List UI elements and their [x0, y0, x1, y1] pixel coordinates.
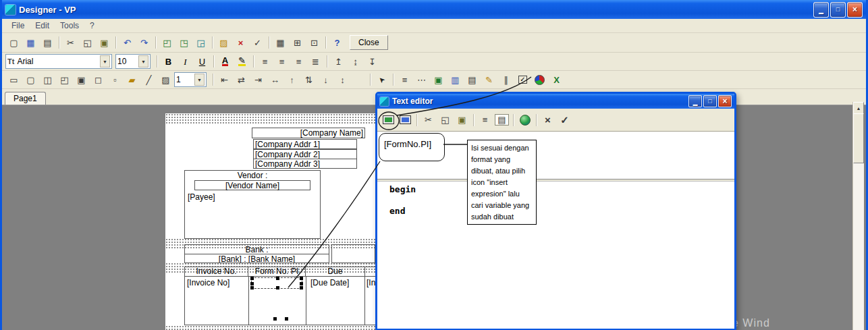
selection-handle[interactable] [300, 277, 303, 280]
company-addr1-object[interactable]: [Company Addr 1] [253, 139, 357, 149]
center-horizontal-button[interactable]: ⇄ [234, 72, 249, 87]
editor-paste-button[interactable]: ▣ [454, 113, 470, 128]
text-mode-button[interactable]: ▤ [494, 113, 510, 128]
draw-object-button[interactable]: ✎ [481, 72, 497, 87]
excel-export-button[interactable]: X [549, 72, 564, 87]
selection-handle[interactable] [273, 317, 277, 321]
insert-field-button[interactable] [398, 113, 413, 128]
selection-handle[interactable] [250, 282, 254, 285]
editor-ok-button[interactable]: ✓ [557, 113, 572, 128]
company-addr2-object[interactable]: [Company Addr 2] [253, 149, 357, 159]
barcode-object-button[interactable]: ∥ [498, 72, 514, 87]
align-tops-button[interactable]: ↑ [284, 72, 300, 87]
new-button[interactable]: ▢ [6, 35, 22, 50]
align-center-button[interactable]: ≡ [274, 54, 290, 69]
script-globe-button[interactable] [517, 113, 533, 128]
duplicate-button[interactable]: ◲ [193, 35, 209, 50]
align-justify-button[interactable]: ≣ [308, 54, 323, 69]
dialog-maximize-button[interactable]: □ [703, 95, 717, 107]
menu-edit[interactable]: Edit [30, 20, 55, 32]
bring-to-front-button[interactable]: ◰ [159, 35, 175, 50]
delete-button[interactable]: × [233, 35, 248, 50]
text-object-button[interactable]: ≡ [397, 72, 412, 87]
editor-cut-button[interactable]: ✂ [421, 113, 436, 128]
vendor-box[interactable]: Vendor : [Vendor Name] [Payee] [184, 170, 321, 239]
form-no-field[interactable] [251, 277, 302, 289]
selection-handle[interactable] [276, 277, 279, 280]
preview-button[interactable]: ▤ [40, 35, 55, 50]
font-size-combo[interactable]: 10 ▼ [115, 54, 151, 69]
align-grid-button[interactable]: ⊡ [306, 35, 322, 50]
bank-box[interactable]: Bank : [Bank] : [Bank Name] [184, 244, 329, 263]
hatch-button[interactable]: ▨ [158, 72, 173, 87]
wordwrap-button[interactable]: ≡ [477, 113, 493, 128]
italic-button[interactable]: I [178, 54, 193, 69]
editor-copy-button[interactable]: ◱ [437, 113, 453, 128]
minimize-button[interactable]: ▬ [813, 2, 829, 18]
scroll-up-button[interactable]: ▲ [853, 102, 864, 114]
frame-top-button[interactable]: ▭ [6, 72, 22, 87]
band-object-button[interactable]: ⋯ [414, 72, 429, 87]
company-name-object[interactable]: [Company Name] [252, 128, 365, 138]
font-dropdown-icon[interactable]: ▼ [100, 55, 110, 67]
align-right-button[interactable]: ≡ [291, 54, 306, 69]
invoice-no-object[interactable]: [Invoice No] [187, 278, 229, 287]
subreport-object-button[interactable]: ▤ [464, 72, 480, 87]
vendor-name-object[interactable]: [Vendor Name] [194, 180, 310, 190]
redo-button[interactable]: ↷ [136, 35, 152, 50]
close-button[interactable]: × [847, 2, 863, 18]
selection-handle[interactable] [300, 286, 303, 290]
valign-top-button[interactable]: ↥ [331, 54, 346, 69]
validate-button[interactable]: ✓ [250, 35, 265, 50]
font-color-button[interactable]: A [217, 54, 233, 69]
tab-page1[interactable]: Page1 [5, 92, 46, 105]
menu-tools[interactable]: Tools [55, 20, 84, 32]
highlight-button[interactable]: ✎ [234, 54, 250, 69]
center-vertical-button[interactable]: ⇅ [301, 72, 317, 87]
frame-left-button[interactable]: ◫ [40, 72, 55, 87]
dialog-minimize-button[interactable]: ▬ [688, 95, 702, 107]
maximize-button[interactable]: □ [830, 2, 846, 18]
expression-text[interactable]: [FormNo.PI] [384, 139, 431, 149]
frame-none-button[interactable]: ◻ [90, 72, 106, 87]
checkbox-object-button[interactable]: ✓ [515, 72, 531, 87]
context-help-button[interactable]: ? [329, 35, 345, 50]
space-vertical-button[interactable]: ↕ [335, 72, 350, 87]
insert-expression-button[interactable] [381, 113, 396, 128]
editor-cancel-button[interactable]: × [540, 113, 555, 128]
align-lefts-button[interactable]: ⇤ [217, 72, 232, 87]
cut-button[interactable]: ✂ [63, 35, 78, 50]
send-to-back-button[interactable]: ◳ [176, 35, 192, 50]
close-designer-button[interactable]: Close [350, 35, 388, 50]
editor-content[interactable]: [FormNo.PI] begin end Isi sesuai dengan … [377, 131, 734, 329]
save-button[interactable]: ▦ [23, 35, 38, 50]
selection-handle[interactable] [276, 286, 279, 290]
vertical-scrollbar[interactable]: ▲ [852, 102, 864, 330]
space-horizontal-button[interactable]: ↔ [267, 72, 283, 87]
show-grid-button[interactable]: ▦ [273, 35, 288, 50]
scrollbar-thumb[interactable] [853, 113, 864, 163]
editor-splitter[interactable] [377, 179, 734, 182]
pie-chart-object-button[interactable] [532, 72, 547, 87]
menu-help[interactable]: ? [84, 20, 100, 32]
select-pointer-button[interactable]: ➤ [374, 72, 389, 87]
selection-handle[interactable] [300, 282, 303, 285]
company-addr3-object[interactable]: [Company Addr 3] [253, 159, 357, 169]
copy-button[interactable]: ◱ [80, 35, 95, 50]
snap-grid-button[interactable]: ⊞ [290, 35, 305, 50]
line-width-combo[interactable]: 1 ▼ [174, 72, 207, 87]
size-dropdown-icon[interactable]: ▼ [138, 55, 148, 67]
selection-handle[interactable] [250, 277, 254, 280]
insert-object-button[interactable]: ▨ [216, 35, 232, 50]
align-rights-button[interactable]: ⇥ [250, 72, 266, 87]
picture-object-button[interactable]: ▣ [431, 72, 446, 87]
menu-file[interactable]: File [6, 20, 30, 32]
bank-box-fragment[interactable] [331, 244, 375, 263]
fill-color-button[interactable]: ▰ [124, 72, 140, 87]
dialog-close-button[interactable]: × [718, 95, 732, 107]
valign-middle-button[interactable]: ↨ [348, 54, 363, 69]
selection-handle[interactable] [285, 317, 288, 321]
align-bottoms-button[interactable]: ↓ [318, 72, 333, 87]
frame-all-button[interactable]: ▣ [74, 72, 89, 87]
invoice-no-header[interactable]: Invoice No. [184, 267, 248, 277]
